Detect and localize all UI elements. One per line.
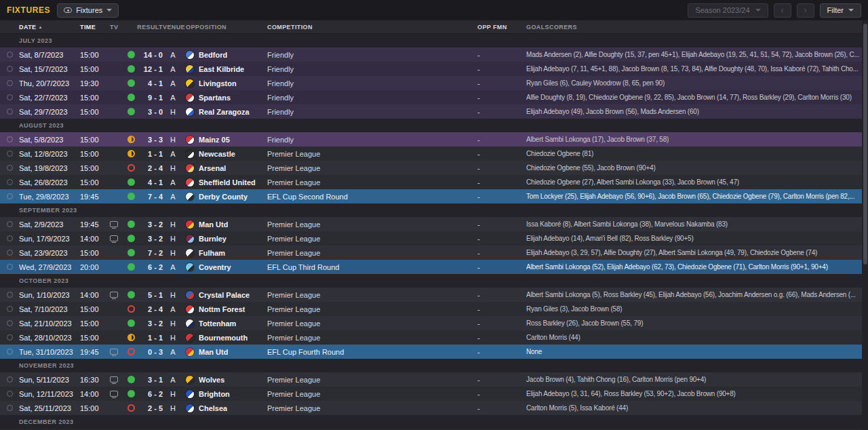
- fixture-row[interactable]: Sun, 1/10/2023 14:00 5 - 1 H Crystal Pal…: [0, 288, 862, 302]
- opposition-name[interactable]: Mainz 05: [199, 136, 230, 144]
- fixture-row[interactable]: Sat, 29/7/2023 15:00 3 - 0 H Real Zarago…: [0, 104, 862, 119]
- fixture-date: Sat, 19/8/2023: [19, 164, 80, 172]
- opposition-name[interactable]: Sheffield United: [199, 178, 256, 187]
- club-crest-icon: [186, 263, 194, 271]
- fixture-row[interactable]: Sat, 15/7/2023 15:00 12 - 1 A East Kilbr…: [0, 62, 862, 76]
- fixture-row[interactable]: Wed, 27/9/2023 20:00 6 - 2 A Coventry EF…: [0, 260, 862, 274]
- opposition-name[interactable]: Burnley: [199, 235, 226, 243]
- opposition-name[interactable]: Real Zaragoza: [199, 108, 250, 116]
- fixture-row[interactable]: Sat, 2/9/2023 19:45 3 - 2 H Man Utd Prem…: [0, 217, 862, 231]
- fixture-row[interactable]: Tue, 29/8/2023 19:45 7 - 4 A Derby Count…: [0, 189, 862, 203]
- opposition-name[interactable]: Man Utd: [199, 220, 228, 229]
- opposition-name[interactable]: Crystal Palace: [199, 291, 250, 299]
- opposition-name[interactable]: Tottenham: [199, 319, 236, 328]
- match-status-icon: [7, 109, 13, 115]
- column-header-opposition[interactable]: OPPOSITION: [183, 24, 267, 31]
- opp-fmn-value: -: [477, 94, 526, 102]
- column-header-tv[interactable]: TV: [110, 24, 127, 31]
- tv-icon: [110, 292, 118, 298]
- month-section-header: AUGUST 2023: [0, 119, 862, 132]
- fixture-venue: A: [163, 305, 183, 313]
- view-selector-button[interactable]: Fixtures: [57, 3, 119, 18]
- column-header-competition[interactable]: COMPETITION: [267, 24, 477, 31]
- fixture-row[interactable]: Thu, 20/7/2023 19:30 4 - 1 A Livingston …: [0, 76, 862, 90]
- fixture-date: Sun, 17/9/2023: [19, 235, 80, 243]
- column-header-result[interactable]: RESULT: [127, 24, 163, 31]
- view-selector-label: Fixtures: [76, 6, 102, 14]
- result-indicator-icon: [127, 390, 135, 397]
- opposition-name[interactable]: Man Utd: [199, 348, 228, 356]
- sort-ascending-icon: ▲: [38, 25, 42, 29]
- fixture-score: 5 - 1: [140, 291, 163, 299]
- fixture-score: 12 - 1: [140, 65, 163, 73]
- fixture-goalscorers: Carlton Morris (5), Issa Kaboré (44): [526, 404, 862, 412]
- season-selector[interactable]: Season 2023/24: [688, 3, 768, 18]
- vertical-scrollbar[interactable]: [862, 20, 868, 430]
- fixture-row[interactable]: Sat, 22/7/2023 15:00 9 - 1 A Spartans Fr…: [0, 90, 862, 104]
- club-crest-icon: [186, 150, 194, 158]
- fixture-row[interactable]: Sun, 12/11/2023 14:00 6 - 2 H Brighton P…: [0, 387, 862, 401]
- opposition-name[interactable]: Derby County: [199, 193, 248, 201]
- fixture-row[interactable]: Sat, 8/7/2023 15:00 14 - 0 A Bedford Fri…: [0, 47, 862, 62]
- fixture-goalscorers: Elijah Adebayo (7, 11, 45+1, 88), Jacob …: [526, 65, 862, 73]
- match-status-icon: [7, 80, 13, 86]
- previous-season-button[interactable]: ‹: [774, 3, 791, 18]
- fixture-row[interactable]: Sat, 12/8/2023 15:00 1 - 1 A Newcastle P…: [0, 146, 862, 161]
- fixture-row[interactable]: Sat, 5/8/2023 15:00 3 - 3 H Mainz 05 Fri…: [0, 132, 862, 146]
- match-status-icon: [7, 349, 13, 355]
- filter-button[interactable]: Filter: [820, 3, 861, 18]
- fixture-date: Sun, 1/10/2023: [19, 291, 80, 299]
- fixture-score: 7 - 2: [140, 249, 163, 257]
- fixture-date: Sat, 23/9/2023: [19, 249, 80, 257]
- opposition-name[interactable]: Fulham: [199, 249, 225, 257]
- fixture-venue: A: [163, 150, 183, 158]
- column-header-goalscorers[interactable]: GOALSCORERS: [526, 24, 862, 31]
- result-indicator-icon: [127, 150, 135, 157]
- fixture-row[interactable]: Tue, 31/10/2023 19:45 0 - 3 A Man Utd EF…: [0, 345, 862, 359]
- scrollbar-thumb[interactable]: [863, 24, 867, 265]
- club-crest-icon: [186, 178, 194, 187]
- opposition-name[interactable]: Chelsea: [199, 404, 227, 412]
- opposition-name[interactable]: East Kilbride: [199, 65, 244, 73]
- fixture-score: 4 - 1: [140, 178, 163, 187]
- opposition-name[interactable]: Livingston: [199, 79, 237, 87]
- next-season-button[interactable]: ›: [797, 3, 814, 18]
- fixture-row[interactable]: Sat, 26/8/2023 15:00 4 - 1 A Sheffield U…: [0, 175, 862, 189]
- fixture-row[interactable]: Sat, 19/8/2023 15:00 2 - 4 H Arsenal Pre…: [0, 161, 862, 175]
- opposition-name[interactable]: Arsenal: [199, 164, 226, 172]
- fixture-row[interactable]: Sat, 25/11/2023 15:00 2 - 5 H Chelsea Pr…: [0, 401, 862, 415]
- match-status-icon: [7, 320, 13, 326]
- opp-fmn-value: -: [477, 193, 526, 201]
- fixture-score: 3 - 1: [140, 376, 163, 384]
- opposition-name[interactable]: Brighton: [199, 390, 230, 398]
- fixture-date: Sat, 26/8/2023: [19, 178, 80, 187]
- fixture-row[interactable]: Sat, 28/10/2023 15:00 1 - 1 H Bournemout…: [0, 330, 862, 345]
- opposition-name[interactable]: Spartans: [199, 94, 231, 102]
- opposition-name[interactable]: Wolves: [199, 376, 224, 384]
- opposition-name[interactable]: Nottm Forest: [199, 305, 245, 313]
- fixture-competition: EFL Cup Fourth Round: [267, 348, 477, 356]
- result-indicator-icon: [127, 235, 135, 242]
- fixture-competition: Premier League: [267, 291, 477, 299]
- fixture-row[interactable]: Sat, 7/10/2023 15:00 2 - 4 A Nottm Fores…: [0, 302, 862, 316]
- fixture-competition: Premier League: [267, 178, 477, 187]
- opposition-name[interactable]: Newcastle: [199, 150, 235, 158]
- opp-fmn-value: -: [477, 319, 526, 328]
- column-header-venue[interactable]: VENUE: [163, 24, 183, 31]
- opposition-name[interactable]: Bedford: [199, 51, 227, 59]
- opposition-name[interactable]: Bournemouth: [199, 334, 248, 342]
- fixture-competition: Premier League: [267, 334, 477, 342]
- fixture-row[interactable]: Sun, 17/9/2023 14:00 3 - 2 H Burnley Pre…: [0, 231, 862, 246]
- opp-fmn-value: -: [477, 65, 526, 73]
- fixture-row[interactable]: Sun, 5/11/2023 16:30 3 - 1 A Wolves Prem…: [0, 372, 862, 387]
- result-indicator-icon: [127, 319, 135, 327]
- fixture-venue: A: [163, 376, 183, 384]
- fixture-row[interactable]: Sat, 21/10/2023 15:00 3 - 2 H Tottenham …: [0, 316, 862, 330]
- result-indicator-icon: [127, 79, 135, 87]
- fixture-row[interactable]: Sat, 23/9/2023 15:00 7 - 2 H Fulham Prem…: [0, 246, 862, 260]
- fixture-venue: A: [163, 193, 183, 201]
- column-header-date[interactable]: DATE ▲: [19, 24, 80, 31]
- opposition-name[interactable]: Coventry: [199, 263, 231, 271]
- column-header-time[interactable]: TIME: [80, 24, 110, 31]
- column-header-opp-fmn[interactable]: OPP FMN: [477, 24, 526, 31]
